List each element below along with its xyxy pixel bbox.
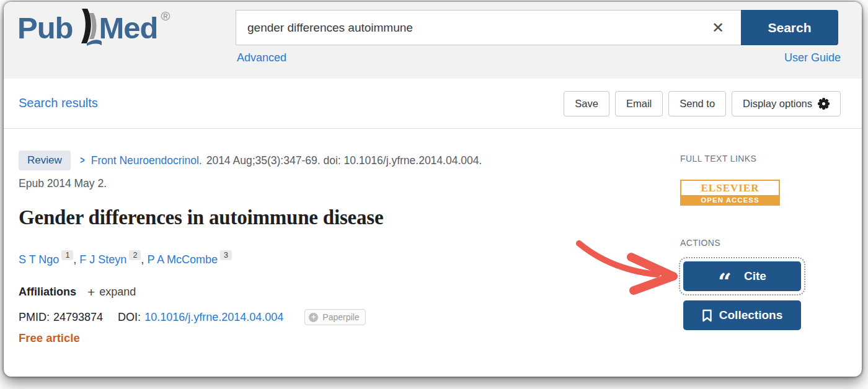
article-title: Gender differences in autoimmune disease: [19, 206, 527, 229]
pubmed-logo[interactable]: Pub Med ®: [17, 8, 170, 48]
journal-link[interactable]: Front Neuroendocrinol.: [91, 154, 202, 167]
citation-text: 2014 Aug;35(3):347-69. doi: 10.1016/j.yf…: [206, 154, 482, 167]
author-separator: ,: [73, 253, 76, 266]
clear-search-icon[interactable]: ✕: [704, 16, 732, 40]
doi-link[interactable]: 10.1016/j.yfrne.2014.04.004: [144, 311, 283, 324]
author-link[interactable]: F J Steyn: [79, 253, 126, 266]
logo-text-pub: Pub: [17, 8, 73, 48]
display-options-button[interactable]: Display options: [732, 91, 841, 116]
identifiers-row: PMID: 24793874 DOI: 10.1016/j.yfrne.2014…: [19, 309, 366, 325]
gear-icon: [818, 98, 830, 110]
citation-row: Review > Front Neuroendocrinol. 2014 Aug…: [19, 151, 482, 170]
elsevier-logo-text: ELSEVIER: [681, 181, 779, 195]
collections-button[interactable]: Collections: [683, 300, 801, 330]
author-affiliation-sup[interactable]: 1: [61, 250, 73, 260]
book-icon: [74, 8, 102, 46]
paperpile-plus-icon: +: [309, 313, 318, 322]
send-to-label: Send to: [680, 98, 715, 110]
pmid-value: 24793874: [53, 311, 103, 324]
registered-mark: ®: [161, 9, 170, 24]
full-text-links-label: FULL TEXT LINKS: [680, 154, 756, 164]
pmid-label: PMID:: [19, 311, 50, 324]
pubmed-window: Pub Med ® ✕ Search Advanced User Guide S…: [4, 2, 862, 377]
cite-label: Cite: [744, 269, 766, 283]
search-results-link[interactable]: Search results: [19, 96, 98, 110]
logo-text-med: Med: [99, 8, 158, 48]
affiliations-row: Affiliations + expand: [19, 286, 136, 299]
email-button[interactable]: Email: [615, 91, 663, 116]
email-label: Email: [626, 98, 652, 110]
results-bar: Search results Save Email Send to Displa…: [4, 79, 862, 129]
chevron-right-icon: >: [80, 154, 84, 167]
open-access-label: OPEN ACCESS: [681, 195, 779, 204]
cite-button[interactable]: “ Cite: [683, 261, 801, 291]
paperpile-label: Paperpile: [322, 312, 359, 322]
advanced-link[interactable]: Advanced: [237, 51, 286, 64]
send-to-button[interactable]: Send to: [668, 91, 726, 116]
collections-label: Collections: [719, 308, 782, 322]
save-button[interactable]: Save: [564, 91, 609, 116]
search-input[interactable]: [236, 10, 741, 45]
author-link[interactable]: P A McCombe: [147, 253, 218, 266]
display-options-label: Display options: [743, 98, 812, 110]
user-guide-link[interactable]: User Guide: [784, 51, 841, 64]
author-link[interactable]: S T Ngo: [19, 253, 59, 266]
search-button[interactable]: Search: [741, 10, 838, 45]
expand-affiliations-button[interactable]: + expand: [87, 286, 136, 299]
author-affiliation-sup[interactable]: 3: [220, 250, 232, 260]
authors-row: S T Ngo1, F J Steyn2, P A McCombe3: [19, 253, 232, 266]
author-separator: ,: [141, 253, 144, 266]
actions-label: ACTIONS: [680, 238, 720, 248]
affiliations-label: Affiliations: [19, 286, 76, 299]
paperpile-button[interactable]: + Paperpile: [304, 309, 366, 325]
results-actions: Save Email Send to Display options: [564, 91, 841, 116]
elsevier-open-access-link[interactable]: ELSEVIER OPEN ACCESS: [680, 180, 780, 206]
free-article-badge: Free article: [19, 331, 80, 345]
plus-icon: +: [87, 287, 95, 298]
quote-icon: “: [718, 279, 732, 285]
doi-label: DOI:: [118, 311, 141, 324]
epub-date: Epub 2014 May 2.: [19, 177, 107, 190]
author-affiliation-sup[interactable]: 2: [129, 250, 141, 260]
bookmark-icon: [702, 309, 712, 322]
save-label: Save: [575, 98, 598, 110]
header: Pub Med ® ✕ Search Advanced User Guide: [4, 2, 862, 79]
review-badge: Review: [19, 151, 71, 170]
expand-label: expand: [99, 286, 136, 299]
